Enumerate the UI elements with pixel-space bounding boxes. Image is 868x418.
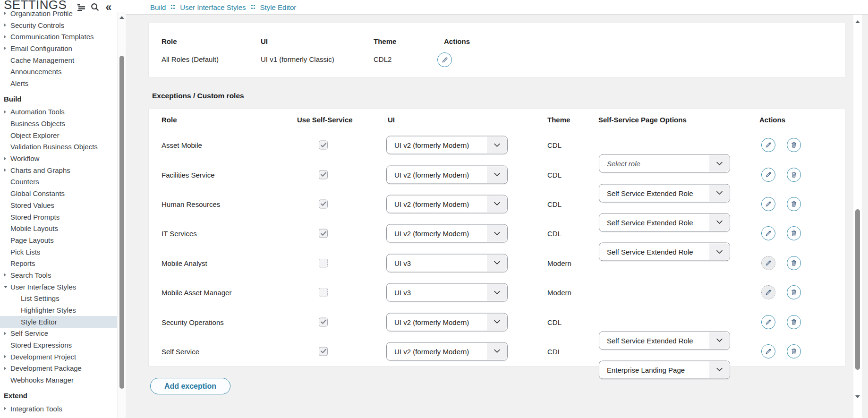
- use-self-service-checkbox[interactable]: [319, 317, 328, 326]
- sidebar-item-object-explorer[interactable]: Object Explorer: [0, 129, 117, 141]
- expander-collapsed-icon[interactable]: [4, 407, 10, 410]
- add-exception-button[interactable]: Add exception: [150, 378, 230, 394]
- delete-button[interactable]: [787, 285, 801, 299]
- expander-collapsed-icon[interactable]: [4, 168, 10, 172]
- delete-button[interactable]: [787, 315, 801, 329]
- sidebar-item-list-settings[interactable]: List Settings: [0, 293, 117, 305]
- sidebar-item-development-package[interactable]: Development Package: [0, 363, 117, 375]
- ui-version-select[interactable]: UI v3: [386, 254, 508, 272]
- sidebar-item-style-editor[interactable]: Style Editor: [0, 316, 117, 328]
- use-self-service-cell: [319, 199, 328, 208]
- expander-collapsed-icon[interactable]: [4, 35, 10, 39]
- ui-version-select[interactable]: UI v2 (formerly Modern): [386, 195, 508, 213]
- use-self-service-checkbox[interactable]: [319, 288, 328, 297]
- sidebar-item-announcements[interactable]: Announcements: [0, 66, 117, 77]
- sidebar-item-reports[interactable]: Reports: [0, 257, 117, 269]
- breadcrumb-style-editor[interactable]: Style Editor: [260, 3, 297, 11]
- expander-collapsed-icon[interactable]: [4, 110, 10, 114]
- sidebar-item-search-tools[interactable]: Search Tools: [0, 269, 117, 281]
- sidebar-item-security-controls[interactable]: Security Controls: [0, 19, 117, 31]
- search-icon[interactable]: [90, 2, 100, 12]
- sidebar-item-stored-expressions[interactable]: Stored Expressions: [0, 339, 117, 351]
- sidebar-item-workflow[interactable]: Workflow: [0, 153, 117, 164]
- sidebar-item-business-objects[interactable]: Business Objects: [0, 118, 117, 129]
- use-self-service-cell: [319, 141, 328, 150]
- ui-version-select[interactable]: UI v2 (formerly Modern): [386, 224, 508, 243]
- sidebar-item-stored-values[interactable]: Stored Values: [0, 199, 117, 211]
- sidebar-scrollbar[interactable]: [117, 12, 126, 418]
- edit-button[interactable]: [437, 52, 452, 67]
- sidebar-item-pick-lists[interactable]: Pick Lists: [0, 246, 117, 258]
- sidebar-scrollbar-thumb[interactable]: [119, 56, 124, 389]
- sidebar-item-highlighter-styles[interactable]: Highlighter Styles: [0, 304, 117, 316]
- expander-collapsed-icon[interactable]: [4, 273, 10, 277]
- column-header-theme: Theme: [374, 37, 396, 45]
- sidebar-item-label: Email Configuration: [10, 44, 72, 52]
- edit-button[interactable]: [761, 138, 775, 152]
- tree-collapse-icon[interactable]: [77, 2, 86, 12]
- edit-button[interactable]: [761, 168, 775, 182]
- ui-version-select[interactable]: UI v2 (formerly Modern): [386, 136, 508, 154]
- use-self-service-checkbox[interactable]: [319, 141, 328, 150]
- main-scrollbar[interactable]: [853, 15, 862, 418]
- style-editor-page: SETTINGS « Organization ProfileSecurity …: [0, 0, 868, 418]
- sidebar-item-validation-business-objects[interactable]: Validation Business Objects: [0, 141, 117, 153]
- scroll-up-icon[interactable]: [855, 20, 860, 23]
- delete-button[interactable]: [787, 344, 801, 358]
- edit-button[interactable]: [761, 226, 775, 240]
- delete-button[interactable]: [787, 256, 801, 270]
- main-scrollbar-thumb[interactable]: [855, 209, 860, 370]
- expander-collapsed-icon[interactable]: [4, 11, 10, 15]
- default-style-card: Role UI Theme Actions All Roles (Default…: [148, 23, 845, 77]
- sidebar-item-automation-tools[interactable]: Automation Tools: [0, 106, 117, 118]
- sidebar-item-communication-templates[interactable]: Communication Templates: [0, 31, 117, 43]
- ui-version-select[interactable]: UI v2 (formerly Modern): [386, 342, 508, 360]
- sidebar-item-webhooks-manager[interactable]: Webhooks Manager: [0, 374, 117, 386]
- sidebar-item-cache-management[interactable]: Cache Management: [0, 54, 117, 66]
- use-self-service-checkbox[interactable]: [319, 170, 328, 179]
- self-service-page-option-select[interactable]: Enterprise Landing Page: [599, 360, 730, 379]
- expander-collapsed-icon[interactable]: [4, 332, 10, 335]
- use-self-service-checkbox[interactable]: [319, 199, 328, 208]
- edit-button[interactable]: [761, 315, 775, 329]
- use-self-service-checkbox[interactable]: [319, 347, 328, 356]
- sidebar-item-label: Self Service: [10, 329, 48, 337]
- use-self-service-checkbox[interactable]: [319, 258, 328, 267]
- sidebar-item-counters[interactable]: Counters: [0, 176, 117, 188]
- delete-button[interactable]: [787, 226, 801, 240]
- expander-collapsed-icon[interactable]: [4, 157, 10, 161]
- edit-button[interactable]: [761, 344, 775, 358]
- delete-button[interactable]: [787, 168, 801, 182]
- breadcrumb-build[interactable]: Build: [150, 3, 166, 11]
- expander-collapsed-icon[interactable]: [4, 367, 10, 370]
- use-self-service-checkbox[interactable]: [319, 229, 328, 238]
- scroll-up-icon[interactable]: [119, 16, 124, 19]
- sidebar-item-mobile-layouts[interactable]: Mobile Layouts: [0, 222, 117, 234]
- edit-button[interactable]: [761, 197, 775, 211]
- sidebar-item-self-service[interactable]: Self Service: [0, 328, 117, 340]
- selected-option-label: UI v2 (formerly Modern): [387, 141, 469, 149]
- delete-button[interactable]: [787, 138, 801, 152]
- ui-version-select[interactable]: UI v2 (formerly Modern): [386, 313, 508, 331]
- expander-collapsed-icon[interactable]: [4, 355, 10, 358]
- sidebar-item-charts-and-graphs[interactable]: Charts and Graphs: [0, 164, 117, 176]
- sidebar-item-alerts[interactable]: Alerts: [0, 77, 117, 89]
- expander-collapsed-icon[interactable]: [4, 23, 10, 27]
- collapse-panel-icon[interactable]: «: [104, 2, 113, 12]
- sidebar-item-email-configuration[interactable]: Email Configuration: [0, 43, 117, 54]
- sidebar-item-integration-tools[interactable]: Integration Tools: [0, 403, 117, 415]
- sidebar-item-page-layouts[interactable]: Page Layouts: [0, 234, 117, 246]
- sidebar-item-label: Highlighter Styles: [21, 306, 76, 314]
- expander-collapsed-icon[interactable]: [4, 46, 10, 50]
- sidebar-item-global-constants[interactable]: Global Constants: [0, 188, 117, 199]
- sidebar-item-stored-prompts[interactable]: Stored Prompts: [0, 211, 117, 223]
- ui-version-select[interactable]: UI v2 (formerly Modern): [386, 165, 508, 184]
- sidebar-item-development-project[interactable]: Development Project: [0, 351, 117, 363]
- expander-expanded-icon[interactable]: [4, 286, 10, 288]
- breadcrumb-user-interface-styles[interactable]: User Interface Styles: [180, 3, 246, 11]
- ui-version-select[interactable]: UI v3: [386, 283, 508, 302]
- sidebar-item-user-interface-styles[interactable]: User Interface Styles: [0, 281, 117, 293]
- role-name: Asset Mobile: [162, 141, 202, 149]
- scroll-down-icon[interactable]: [855, 395, 860, 398]
- delete-button[interactable]: [787, 197, 801, 211]
